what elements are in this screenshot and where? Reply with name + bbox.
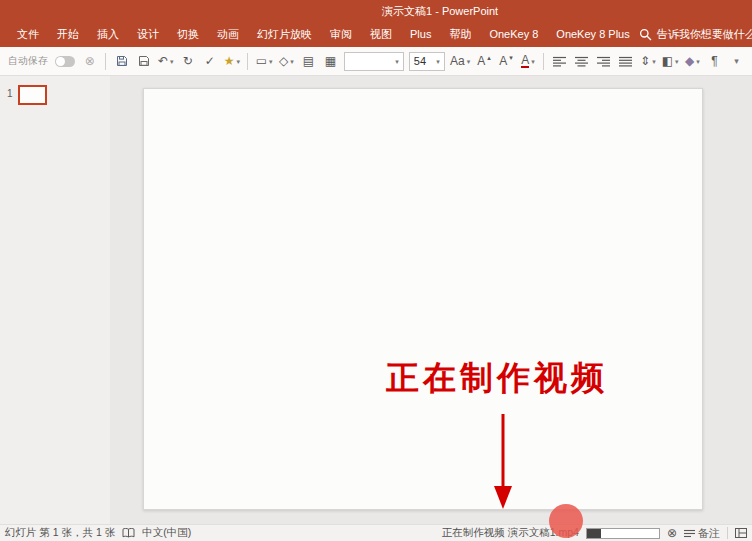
font-color-button[interactable]: A▾ xyxy=(517,50,538,72)
chevron-down-icon: ▾ xyxy=(395,58,399,65)
chevron-down-icon: ▾ xyxy=(467,58,471,65)
tab-help[interactable]: 帮助 xyxy=(440,22,480,47)
new-slide-button[interactable]: ▤ xyxy=(298,50,319,72)
line-spacing-button[interactable]: ⇕▾ xyxy=(637,50,658,72)
paragraph-button[interactable]: ¶ xyxy=(704,50,725,72)
normal-view-button[interactable] xyxy=(735,528,747,538)
cancel-export-button[interactable]: ⊗ xyxy=(667,526,677,540)
autosave-off-button[interactable]: ⊗ xyxy=(79,50,100,72)
paragraph-mark-icon: ¶ xyxy=(711,55,717,67)
shapes-button[interactable]: ◇▾ xyxy=(276,50,297,72)
font-name-combo[interactable]: ▾ xyxy=(344,52,404,71)
rectangle-shape-icon: ▭ xyxy=(256,55,267,67)
draw-shape-button[interactable]: ▭▾ xyxy=(253,50,275,72)
align-right-icon xyxy=(597,56,610,67)
tab-insert[interactable]: 插入 xyxy=(88,22,128,47)
slide-layout-button[interactable]: ▦ xyxy=(320,50,341,72)
font-color-icon: A xyxy=(521,54,529,68)
diamond-shape-icon: ◇ xyxy=(279,55,288,67)
tab-design[interactable]: 设计 xyxy=(128,22,168,47)
tab-transitions[interactable]: 切换 xyxy=(168,22,208,47)
align-center-icon xyxy=(575,56,588,67)
tab-view[interactable]: 视图 xyxy=(361,22,401,47)
notes-button[interactable]: 备注 xyxy=(684,526,720,541)
spellcheck-book-icon xyxy=(122,528,135,538)
slide-number-label: 1 xyxy=(7,88,13,99)
proofing-button[interactable] xyxy=(122,528,135,538)
save-button[interactable] xyxy=(111,50,132,72)
shrink-font-button[interactable]: A▾ xyxy=(495,50,516,72)
ribbon-tab-row: 文件 开始 插入 设计 切换 动画 幻灯片放映 审阅 视图 Plus 帮助 On… xyxy=(0,22,752,47)
export-progress-bar xyxy=(586,528,660,539)
star-icon: ★ xyxy=(224,55,235,67)
tab-onekey8plus[interactable]: OneKey 8 Plus xyxy=(547,22,638,47)
tell-me-search[interactable]: 告诉我你想要做什么 xyxy=(639,27,752,42)
toggle-knob xyxy=(56,57,65,66)
status-bar-right: 正在制作视频 演示文稿1.mp4 ⊗ 备注 xyxy=(442,526,747,541)
tab-onekey8[interactable]: OneKey 8 xyxy=(480,22,547,47)
align-left-button[interactable] xyxy=(549,50,570,72)
spelling-button[interactable]: ✓ xyxy=(199,50,220,72)
tab-review[interactable]: 审阅 xyxy=(321,22,361,47)
line-spacing-icon: ⇕ xyxy=(640,55,650,67)
chevron-down-icon: ▾ xyxy=(236,58,240,65)
separator xyxy=(247,53,248,70)
quick-access-toolbar: 自动保存 ⊗ ↶▾ ↻ ✓ ★▾ ▭▾ ◇▾ ▤ ▦ ▾ 54 ▾ Aa▾ A▴… xyxy=(0,47,752,76)
align-left-icon xyxy=(553,56,566,67)
undo-icon: ↶ xyxy=(158,55,168,67)
shrink-font-icon: A xyxy=(499,55,507,67)
separator xyxy=(727,527,728,539)
align-right-button[interactable] xyxy=(593,50,614,72)
chevron-down-icon: ▾ xyxy=(170,58,174,65)
arrow-down-icon: ▾ xyxy=(509,54,513,62)
shading-button[interactable]: ◧▾ xyxy=(659,50,681,72)
workspace: 1 xyxy=(0,76,752,524)
justify-icon xyxy=(619,56,632,67)
more-commands-icon: ▾ xyxy=(734,57,739,66)
change-case-button[interactable]: Aa▾ xyxy=(448,50,473,72)
separator xyxy=(105,53,106,70)
powerpoint-window: 演示文稿1 - PowerPoint 文件 开始 插入 设计 切换 动画 幻灯片… xyxy=(0,0,752,541)
justify-button[interactable] xyxy=(615,50,636,72)
tab-file[interactable]: 文件 xyxy=(8,22,48,47)
font-size-combo[interactable]: 54 ▾ xyxy=(409,52,445,71)
grow-font-button[interactable]: A▴ xyxy=(473,50,494,72)
chevron-down-icon: ▾ xyxy=(290,58,294,65)
redo-icon: ↻ xyxy=(183,55,193,67)
quick-styles-icon: ◆ xyxy=(685,55,694,67)
layout-grid-icon: ▦ xyxy=(325,55,336,67)
autosave-label: 自动保存 xyxy=(8,54,48,68)
save-icon xyxy=(116,55,128,67)
quick-styles-button[interactable]: ◆▾ xyxy=(682,50,703,72)
window-title: 演示文稿1 - PowerPoint xyxy=(382,0,498,22)
autosave-toggle[interactable] xyxy=(55,56,75,67)
chevron-down-icon: ▾ xyxy=(436,58,440,65)
slide-canvas[interactable] xyxy=(143,88,703,510)
more-commands-button[interactable]: ▾ xyxy=(726,50,747,72)
normal-view-icon xyxy=(735,528,747,538)
language-label[interactable]: 中文(中国) xyxy=(142,526,191,540)
cancel-icon: ⊗ xyxy=(667,526,677,540)
search-label: 告诉我你想要做什么 xyxy=(657,27,752,42)
save-as-button[interactable] xyxy=(133,50,154,72)
save-as-icon xyxy=(138,55,150,67)
redo-button[interactable]: ↻ xyxy=(177,50,198,72)
search-icon xyxy=(639,28,652,41)
slide-thumbnail[interactable] xyxy=(18,85,47,105)
font-size-value: 54 xyxy=(414,55,426,67)
change-case-icon: Aa xyxy=(450,55,465,67)
arrow-up-icon: ▴ xyxy=(487,54,491,62)
tab-plus[interactable]: Plus xyxy=(401,22,440,47)
tab-slideshow[interactable]: 幻灯片放映 xyxy=(248,22,321,47)
click-highlight-circle xyxy=(549,504,583,538)
annotation-arrow xyxy=(478,408,528,518)
circle-x-icon: ⊗ xyxy=(85,55,95,67)
align-center-button[interactable] xyxy=(571,50,592,72)
notes-icon xyxy=(684,529,695,538)
undo-button[interactable]: ↶▾ xyxy=(155,50,176,72)
chevron-down-icon: ▾ xyxy=(531,58,535,65)
tab-home[interactable]: 开始 xyxy=(48,22,88,47)
tab-animations[interactable]: 动画 xyxy=(208,22,248,47)
shading-icon: ◧ xyxy=(662,55,673,67)
quick-style-button[interactable]: ★▾ xyxy=(221,50,242,72)
